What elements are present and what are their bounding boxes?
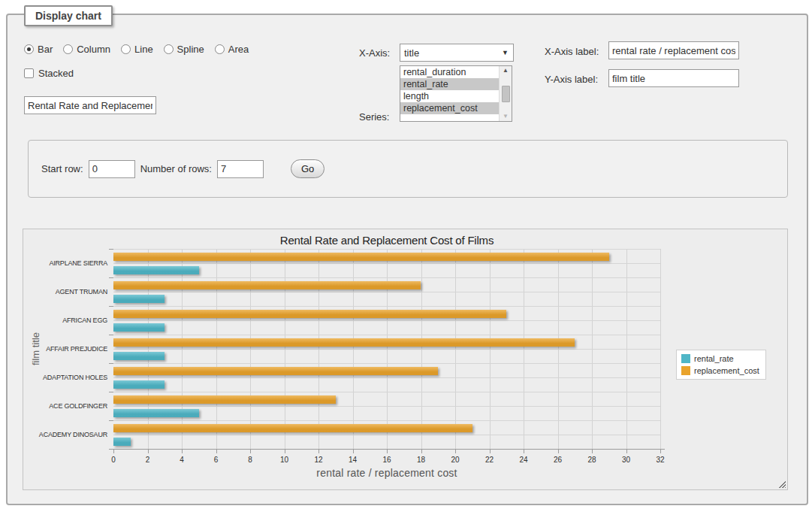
chart-type-option-bar: Bar (24, 44, 53, 55)
x-axis-tick (318, 450, 319, 453)
stacked-checkbox[interactable] (24, 68, 34, 78)
y-axis-tick (109, 363, 113, 364)
start-row-label: Start row: (41, 163, 83, 174)
bar-replacement_cost[interactable] (113, 310, 506, 318)
x-axis-tick (113, 450, 114, 453)
series-scrollbar[interactable]: ▲ ▼ (499, 66, 512, 121)
scrollbar-thumb[interactable] (502, 86, 510, 102)
series-option-rental_duration[interactable]: rental_duration (400, 66, 499, 78)
y-axis-tick (109, 420, 113, 421)
bar-rental_rate[interactable] (113, 409, 199, 417)
category-label: AIRPLANE SIERRA (23, 259, 107, 267)
series-option-length[interactable]: length (400, 90, 499, 102)
gridline-y (113, 249, 660, 250)
x-axis-tick-label: 30 (615, 456, 638, 464)
x-axis-tick (455, 450, 456, 453)
gridline-y (113, 277, 660, 278)
x-axis-tick-label: 22 (478, 456, 501, 464)
bar-replacement_cost[interactable] (113, 367, 438, 375)
category-label: AFRICAN EGG (23, 317, 107, 324)
gridline-y (113, 392, 660, 392)
resize-handle-icon[interactable] (777, 480, 786, 488)
x-axis-label-input[interactable] (608, 41, 739, 59)
scroll-down-icon[interactable]: ▼ (503, 113, 509, 120)
chart-title: Rental Rate and Replacement Cost of Film… (113, 234, 660, 247)
series-select-label: Series: (359, 111, 389, 123)
gridline-y (113, 263, 660, 264)
x-axis-tick (387, 450, 388, 453)
y-axis-tick (109, 249, 113, 250)
bar-replacement_cost[interactable] (113, 395, 336, 404)
start-row-input[interactable] (89, 160, 135, 178)
x-axis-select[interactable]: title ▼ (400, 44, 514, 62)
series-option-rental_rate[interactable]: rental_rate (400, 78, 499, 90)
bar-replacement_cost[interactable] (113, 338, 575, 347)
category-label: AGENT TRUMAN (23, 288, 107, 295)
series-option-replacement_cost[interactable]: replacement_cost (400, 102, 499, 114)
legend-swatch-icon (681, 366, 690, 375)
gridline-y (113, 292, 660, 292)
radio-label: Bar (38, 44, 53, 55)
go-button[interactable]: Go (291, 159, 324, 178)
chart-type-option-line: Line (121, 44, 153, 55)
gridline-y (113, 306, 660, 307)
x-axis-tick-label: 24 (512, 456, 535, 464)
bar-rental_rate[interactable] (113, 352, 165, 360)
x-axis-tick-label: 4 (171, 456, 193, 464)
radio-button-spline[interactable] (164, 44, 174, 54)
num-rows-input[interactable] (217, 160, 264, 178)
x-axis-tick (250, 450, 251, 453)
gridline-y (113, 320, 660, 321)
x-axis-tick-label: 6 (205, 456, 228, 464)
x-axis-tick-label: 12 (307, 456, 330, 464)
chart-title-input[interactable] (24, 96, 156, 114)
chart-legend: rental_ratereplacement_cost (676, 350, 766, 380)
bar-replacement_cost[interactable] (113, 253, 609, 261)
gridline-y (113, 349, 660, 350)
x-axis-tick-label: 10 (273, 456, 296, 464)
radio-button-line[interactable] (121, 44, 131, 54)
x-axis-select-label: X-Axis: (359, 47, 390, 59)
legend-item-replacement_cost: replacement_cost (681, 366, 759, 375)
bar-rental_rate[interactable] (113, 323, 165, 332)
category-label: ACE GOLDFINGER (23, 402, 107, 410)
radio-button-bar[interactable] (24, 44, 34, 54)
bar-replacement_cost[interactable] (113, 281, 421, 289)
y-axis-tick (109, 335, 113, 335)
bar-rental_rate[interactable] (113, 380, 165, 389)
radio-button-column[interactable] (63, 44, 73, 54)
bar-rental_rate[interactable] (113, 266, 199, 274)
x-axis-tick-label: 18 (410, 456, 433, 464)
display-chart-panel: Display chart BarColumnLineSplineArea St… (6, 14, 808, 505)
radio-label: Spline (177, 44, 204, 55)
legend-label: replacement_cost (694, 366, 759, 375)
y-axis-tick (109, 392, 113, 392)
bar-rental_rate[interactable] (113, 438, 131, 446)
radio-button-area[interactable] (215, 44, 225, 54)
stacked-option: Stacked (24, 68, 74, 79)
stacked-label: Stacked (38, 68, 74, 79)
chevron-down-icon: ▼ (502, 49, 509, 56)
category-label: ACADEMY DINOSAUR (23, 431, 107, 438)
x-axis-tick-label: 0 (102, 456, 125, 464)
series-listbox[interactable]: rental_durationrental_ratelengthreplacem… (400, 65, 512, 122)
y-axis-label-input[interactable] (608, 69, 739, 87)
x-axis-tick (216, 450, 217, 453)
x-axis-tick-label: 26 (547, 456, 569, 464)
chart-type-option-spline: Spline (164, 44, 204, 55)
x-axis-tick (626, 450, 627, 453)
radio-label: Column (77, 44, 110, 55)
x-axis-tick (490, 450, 491, 453)
scroll-up-icon[interactable]: ▲ (503, 67, 509, 74)
chart-type-option-area: Area (215, 44, 249, 55)
gridline-x (660, 249, 661, 449)
radio-label: Line (134, 44, 153, 55)
x-axis-title: rental rate / replacement cost (113, 467, 660, 479)
y-axis-tick (109, 306, 113, 307)
bar-replacement_cost[interactable] (113, 424, 472, 432)
x-axis-tick (285, 450, 285, 453)
radio-label: Area (228, 44, 249, 55)
page: Display chart BarColumnLineSplineArea St… (0, 0, 812, 512)
x-axis-tick-label: 8 (239, 456, 261, 464)
bar-rental_rate[interactable] (113, 295, 165, 303)
